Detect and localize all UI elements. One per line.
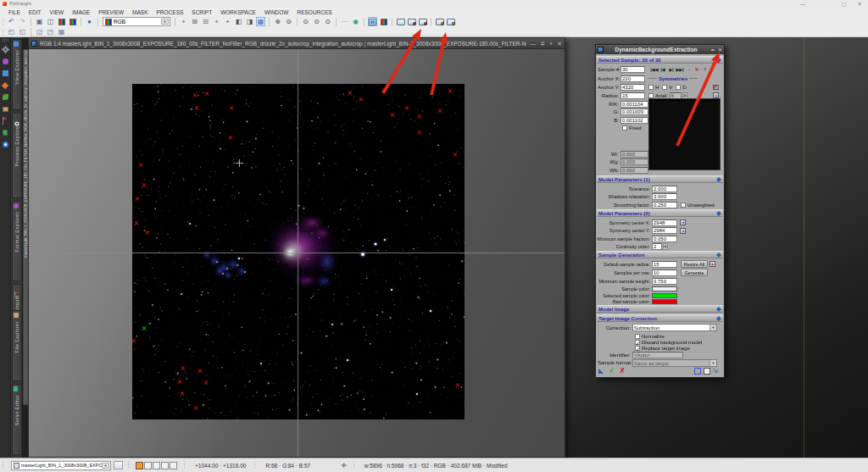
- expand-icon[interactable]: ⊞: [190, 17, 199, 26]
- new-preview-mode-icon[interactable]: [407, 17, 416, 26]
- anchor-y-field[interactable]: 4320: [620, 84, 645, 91]
- min-sample-fraction-field[interactable]: 0.050: [652, 236, 677, 242]
- tab-file-explorer[interactable]: File Explorer: [12, 310, 22, 381]
- resize-all-button[interactable]: Resize All: [681, 260, 708, 268]
- tolerance-field[interactable]: 2.000: [652, 186, 677, 192]
- zoom-window-icon[interactable]: ⊙: [323, 17, 332, 26]
- thumbnail-button[interactable]: [114, 461, 123, 469]
- toolbar-grip[interactable]: [2, 28, 4, 36]
- bad-sample-marker[interactable]: [181, 366, 186, 371]
- zoom-11-icon[interactable]: ⊙: [301, 17, 310, 26]
- more-icon[interactable]: ⋯: [340, 17, 349, 26]
- bad-sample-color-swatch[interactable]: [652, 299, 677, 304]
- process-icon[interactable]: [2, 81, 9, 89]
- layout-2-icon[interactable]: ◳: [46, 27, 55, 36]
- g-field[interactable]: 0.001009: [620, 108, 648, 115]
- invert-icon[interactable]: ◨: [245, 17, 254, 26]
- view-selector-combo[interactable]: masterLight_BIN_1_3008x3008_EXPOS ▼: [11, 461, 111, 470]
- gear-icon[interactable]: [2, 46, 9, 53]
- cascade-windows-icon[interactable]: ◱: [18, 27, 27, 36]
- bad-sample-marker[interactable]: [381, 88, 387, 93]
- section-selected-sample[interactable]: Selected Sample: 30 of 30: [597, 56, 723, 64]
- view-icon[interactable]: [2, 69, 9, 77]
- unweighted-checkbox[interactable]: [681, 203, 686, 208]
- browse-doc-icon[interactable]: [694, 368, 701, 375]
- menu-resources[interactable]: RESOURCES: [297, 9, 331, 15]
- bad-sample-marker[interactable]: [134, 221, 139, 226]
- bad-sample-marker[interactable]: [203, 380, 209, 386]
- cancel-icon[interactable]: ✗: [620, 367, 626, 375]
- resize-tool-button[interactable]: ◆: [709, 261, 715, 267]
- image-window-titlebar[interactable]: RGB 1:4 masterLight_BIN_1_3008x3008_EXPO…: [28, 37, 565, 49]
- sample-format-dropdown[interactable]: Same as target▼: [632, 359, 717, 367]
- bad-sample-marker[interactable]: [229, 106, 234, 111]
- identifier-field[interactable]: <Auto>: [632, 352, 683, 358]
- mask-icon[interactable]: ◉: [351, 17, 360, 26]
- menu-file[interactable]: FILE: [8, 9, 20, 15]
- tab-process-explorer[interactable]: Process Explorer: [12, 113, 22, 197]
- clear-symmetries-button[interactable]: [713, 83, 719, 91]
- bad-sample-marker[interactable]: [138, 163, 143, 168]
- section-model-image[interactable]: Model Image: [597, 305, 723, 313]
- first-sample-button[interactable]: |◀◀: [650, 67, 659, 72]
- samples-per-row-field[interactable]: 10: [652, 269, 677, 276]
- last-sample-button[interactable]: ▶▶|: [676, 67, 684, 72]
- bad-sample-marker[interactable]: [348, 91, 353, 96]
- move-sample-button[interactable]: +: [701, 66, 709, 72]
- swatch-active[interactable]: [136, 462, 143, 469]
- imgwin-minimize-button[interactable]: —: [530, 41, 536, 47]
- tab-format-explorer[interactable]: Format Explorer: [12, 201, 22, 281]
- bad-sample-marker[interactable]: [448, 89, 453, 94]
- file-icon[interactable]: [2, 105, 9, 113]
- zoom-fit-icon[interactable]: ⊙: [312, 17, 321, 26]
- section-target-image-correction[interactable]: Target Image Correction: [597, 314, 723, 322]
- dynamic-ops-icon[interactable]: [435, 17, 444, 26]
- invert-half-icon[interactable]: ◧: [234, 17, 243, 26]
- replace-checkbox[interactable]: [635, 346, 640, 351]
- readout-mode-icon[interactable]: [368, 17, 377, 26]
- app-minimize-button[interactable]: —: [800, 1, 806, 7]
- undo-icon[interactable]: ↶: [7, 17, 16, 26]
- bad-sample-marker[interactable]: [417, 130, 422, 136]
- pan-mode-icon[interactable]: +: [179, 17, 188, 26]
- zoom-out-icon[interactable]: ⊖: [284, 17, 293, 26]
- symmetry-v-checkbox[interactable]: [662, 85, 667, 90]
- bad-sample-marker[interactable]: [177, 380, 182, 385]
- image-mode-icon[interactable]: [379, 17, 388, 26]
- console-icon[interactable]: [2, 117, 9, 125]
- symmetry-h-checkbox[interactable]: [648, 85, 654, 90]
- continuity-order-field[interactable]: 2: [652, 243, 662, 250]
- imgwin-maximize-button[interactable]: +: [549, 41, 553, 47]
- default-sample-radius-field[interactable]: 15: [652, 261, 677, 268]
- select-icon[interactable]: +: [223, 17, 232, 26]
- doc-icon[interactable]: [704, 368, 710, 375]
- b-field[interactable]: 0.001102: [620, 117, 648, 124]
- center-icon[interactable]: +: [212, 17, 221, 26]
- symmetry-center-y-field[interactable]: 2984: [652, 227, 677, 234]
- menu-window[interactable]: WINDOW: [264, 9, 289, 15]
- sample-number-field[interactable]: 30: [620, 66, 645, 73]
- menu-view[interactable]: VIEW: [50, 9, 64, 15]
- bad-sample-marker[interactable]: [228, 136, 233, 141]
- zoom-in-icon[interactable]: ⊕: [273, 17, 282, 26]
- dbe-shade-button[interactable]: ≖: [710, 47, 715, 53]
- icc-profile-icon[interactable]: [68, 17, 77, 26]
- menu-preview[interactable]: PREVIEW: [98, 9, 124, 15]
- edit-preview-mode-icon[interactable]: [418, 17, 427, 26]
- bad-sample-marker[interactable]: [390, 113, 395, 118]
- target-icon[interactable]: [2, 141, 9, 148]
- shadows-field[interactable]: 3.000: [652, 193, 677, 200]
- spin-down[interactable]: ▼: [663, 247, 668, 250]
- app-maximize-button[interactable]: ▢: [842, 1, 847, 7]
- bad-sample-marker[interactable]: [204, 92, 209, 97]
- min-sample-weight-field[interactable]: 0.750: [652, 278, 677, 285]
- symmetry-d-checkbox[interactable]: [676, 85, 681, 90]
- anchor-x-field[interactable]: 220: [620, 75, 645, 82]
- pick-y-button[interactable]: ◄: [680, 228, 686, 234]
- section-sample-generation[interactable]: Sample Generation: [597, 251, 723, 258]
- bad-sample-marker[interactable]: [404, 106, 409, 111]
- tab-script-editor[interactable]: Script Editor: [12, 384, 22, 455]
- menu-edit[interactable]: EDIT: [29, 9, 42, 15]
- menu-process[interactable]: PROCESS: [157, 9, 184, 15]
- good-sample-marker[interactable]: [142, 326, 147, 331]
